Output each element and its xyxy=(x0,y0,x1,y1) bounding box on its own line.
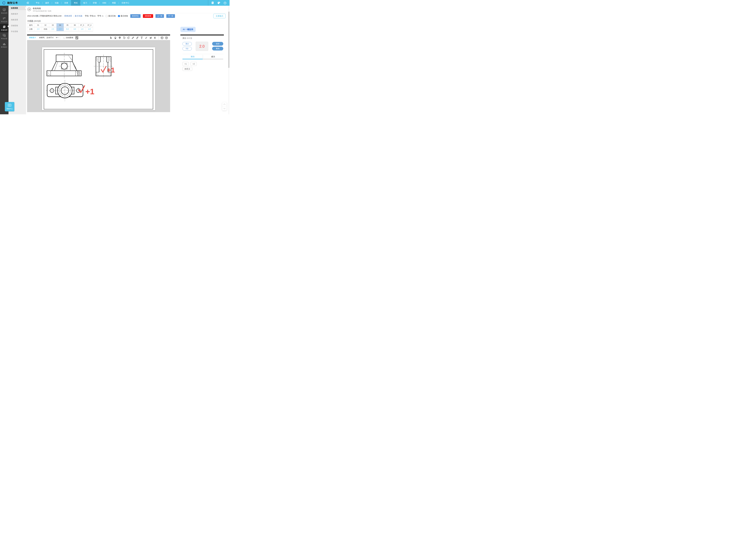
help-center-button[interactable]: 帮助中心 xyxy=(5,102,14,111)
menu-item-obe[interactable]: OBE xyxy=(100,0,109,6)
sidebar-item-exam-settings[interactable]: 考试设置 xyxy=(0,32,8,41)
score-cell: 2.0 xyxy=(49,27,57,31)
question-column-37-4[interactable]: 37_4 4.0 xyxy=(86,23,93,31)
mark-size-select[interactable]: 中 xyxy=(55,36,60,40)
auto-trace-checkbox[interactable] xyxy=(63,37,65,39)
show-unread-checkbox[interactable]: ✓ xyxy=(118,15,120,17)
regrade-button[interactable]: 重阅 xyxy=(212,47,223,50)
quick-plus-one-button[interactable]: +1 xyxy=(182,62,189,66)
cross-icon[interactable] xyxy=(153,36,157,40)
menu-item-evaluation[interactable]: 评测 xyxy=(90,0,99,6)
logout-power-icon[interactable] xyxy=(223,1,227,5)
zero-score-button[interactable]: 0分 xyxy=(182,47,192,50)
question-number-cell[interactable]: 37_3 xyxy=(78,23,86,27)
show-unread-checkbox-group[interactable]: ✓ 显示待阅 xyxy=(118,15,128,17)
question-column-35[interactable]: 35 5.0 xyxy=(64,23,71,31)
text-tool-icon[interactable] xyxy=(140,36,144,40)
menu-item-questions[interactable]: 试题 xyxy=(52,0,61,6)
custom-score-button[interactable]: 自定义 xyxy=(182,67,192,71)
pencil-icon[interactable] xyxy=(131,36,135,40)
submenu-item-student-answer-sheets[interactable]: 学生答卷 xyxy=(8,29,26,34)
menu-item-archive[interactable]: 档案 xyxy=(109,0,119,6)
grading-progress-link[interactable]: 阅卷进度 xyxy=(64,15,72,17)
show-question-link[interactable]: 显示试题 xyxy=(75,15,82,17)
submenu-item-grading-review[interactable]: 阅卷复评 xyxy=(8,12,26,16)
question-number-cell[interactable]: 35 xyxy=(64,23,71,27)
auto-trace-checkbox-group[interactable]: 自动留痕 xyxy=(63,36,73,39)
red-plus-one-annotation: +1 xyxy=(85,87,94,96)
tab-subtraction[interactable]: 减法 xyxy=(203,55,223,59)
chevron-up-icon xyxy=(223,104,226,105)
quick-plus-two-button[interactable]: +2 xyxy=(190,62,197,66)
sidebar-item-exam-monitor[interactable]: 考试监控 xyxy=(0,15,8,24)
question-column-36[interactable]: 36 3.0 xyxy=(71,23,78,31)
menu-item-question-bank[interactable]: 题库 xyxy=(42,0,52,6)
pen-underline-icon[interactable] xyxy=(135,36,139,40)
submenu-item-scan-answer-sheets[interactable]: 扫描答卷 xyxy=(8,24,26,28)
stamp-badge-icon[interactable] xyxy=(113,36,117,40)
secondary-sidebar: 收卷阅卷 阅卷复评 阅卷进度 扫描答卷 学生答卷 xyxy=(8,6,26,114)
magnifier-document-icon[interactable] xyxy=(75,36,78,39)
question-column-31[interactable]: 31 2.0 xyxy=(35,23,42,31)
question-number-cell[interactable]: 34 xyxy=(57,23,64,27)
menu-item-exam[interactable]: 考试 xyxy=(71,0,80,6)
clear-search-button[interactable]: 清除搜索 xyxy=(143,14,153,18)
question-number-cell[interactable]: 37_4 xyxy=(86,23,93,27)
menu-item-practice[interactable]: 练习 xyxy=(81,0,90,6)
undo-icon[interactable] xyxy=(122,36,126,40)
adjust-image-link[interactable]: 调整图片 xyxy=(29,36,36,39)
show-read-checkbox-group[interactable]: 显示已阅 xyxy=(106,15,116,17)
full-score-button[interactable]: 满分 xyxy=(182,42,192,46)
vertical-scrollbar[interactable] xyxy=(228,6,230,114)
redo-icon[interactable] xyxy=(127,36,130,40)
page-down-button[interactable] xyxy=(222,107,227,111)
top-menu: 平台 题库 试题 试卷 考试 练习 评测 OBE 档案 任务中心 xyxy=(33,0,132,6)
score-cell: 3.0 xyxy=(71,27,78,31)
show-read-label: 显示已阅 xyxy=(108,15,116,17)
sidebar-item-label: 考试管理 xyxy=(1,12,7,14)
mark-size-label: 对错号、文本尺寸 xyxy=(39,36,54,39)
next-image-icon[interactable] xyxy=(165,36,168,40)
previous-paper-button[interactable]: 上一份 xyxy=(155,14,164,18)
exam-info-bar: 2022-2023第二学期结课考试计算机1234 | 阅卷进度 | 显示试题 学… xyxy=(27,14,175,18)
submenu-item-collect-grading[interactable]: 收卷阅卷 xyxy=(8,6,26,10)
sidebar-item-exam-management[interactable]: 考试管理 xyxy=(0,7,8,15)
question-column-34-active[interactable]: 34 2.0 xyxy=(57,23,64,31)
menu-item-task-center[interactable]: 任务中心 xyxy=(119,0,132,6)
find-student-button[interactable]: 查找学生 xyxy=(130,14,141,18)
question-number-cell[interactable]: 33 xyxy=(49,23,57,27)
annotation-tools xyxy=(109,36,168,40)
exam-monitor-icon xyxy=(3,17,6,20)
menu-item-papers[interactable]: 试卷 xyxy=(61,0,71,6)
ai-one-click-grading-button[interactable]: AI 一键批阅 xyxy=(180,27,196,32)
check-cross-icon[interactable] xyxy=(149,36,152,40)
save-button[interactable]: 保存 xyxy=(212,42,223,46)
sidebar-item-query-statistics[interactable]: 查询统计 xyxy=(0,41,8,49)
select-cursor-icon[interactable] xyxy=(109,36,113,40)
question-number-cell[interactable]: 31 xyxy=(35,23,42,27)
viewer-canvas-area[interactable]: +1 +1 xyxy=(27,40,170,112)
next-paper-button[interactable]: 下一份 xyxy=(166,14,175,18)
page-up-button[interactable] xyxy=(222,102,227,106)
help-doc-icon[interactable]: ? xyxy=(211,1,214,5)
tab-addition[interactable]: 加法 xyxy=(182,55,203,59)
check-mark-icon[interactable] xyxy=(144,36,148,40)
question-number-cell[interactable]: 36 xyxy=(71,23,78,27)
submenu-item-grading-progress[interactable]: 阅卷进度 xyxy=(8,18,26,22)
score-cell: 1.0 xyxy=(78,27,86,31)
previous-image-icon[interactable] xyxy=(160,36,164,40)
back-button[interactable] xyxy=(27,7,31,11)
sidebar-item-paper-management[interactable]: 考卷管理 xyxy=(0,24,8,32)
question-column-37-3[interactable]: 37_3 1.0 xyxy=(78,23,86,31)
active-tab-underline xyxy=(182,59,203,59)
question-column-32[interactable]: 32 待阅 xyxy=(42,23,49,31)
menu-item-platform[interactable]: 平台 xyxy=(33,0,42,6)
question-number-cell[interactable]: 32 xyxy=(42,23,49,27)
location-pin-icon[interactable] xyxy=(118,36,122,40)
question-column-33[interactable]: 33 2.0 xyxy=(49,23,57,31)
theme-palette-icon[interactable] xyxy=(217,1,220,5)
show-read-checkbox[interactable] xyxy=(106,15,108,17)
scrollbar-thumb[interactable] xyxy=(228,12,229,68)
menu-collapse-icon[interactable] xyxy=(26,2,29,4)
fullscreen-mode-button[interactable]: 全屏模式 xyxy=(213,14,226,18)
